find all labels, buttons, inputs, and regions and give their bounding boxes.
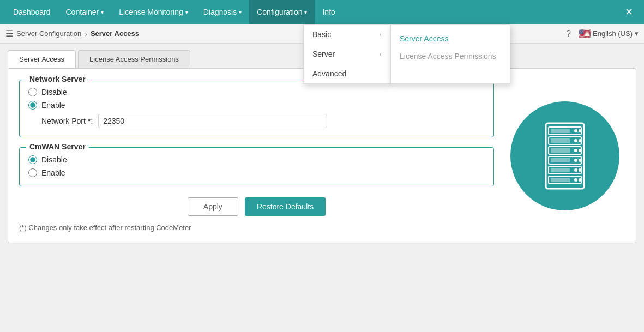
cmwan-server-legend: CmWAN Server (26, 142, 89, 151)
configuration-arrow: ▾ (304, 9, 307, 15)
svg-rect-2 (551, 129, 570, 133)
restore-defaults-button[interactable]: Restore Defaults (245, 197, 326, 216)
port-input[interactable] (98, 114, 327, 128)
dropdown-advanced[interactable]: Advanced (304, 64, 390, 83)
content-card: Network Server Disable Enable Network Po… (8, 68, 636, 243)
dropdown-server-label: Server (312, 50, 335, 58)
left-column: Network Server Disable Enable Network Po… (19, 80, 494, 232)
svg-rect-14 (551, 158, 570, 162)
content-layout: Network Server Disable Enable Network Po… (19, 80, 625, 232)
tab-license-access-permissions[interactable]: License Access Permissions (78, 50, 190, 68)
button-row: Apply Restore Defaults (19, 197, 494, 216)
network-disable-row: Disable (28, 88, 485, 96)
footnote: (*) Changes only take effect after resta… (19, 224, 494, 232)
dropdown-server[interactable]: Server › (304, 44, 390, 64)
nav-container[interactable]: Container ▾ (58, 0, 112, 24)
network-disable-radio[interactable] (28, 88, 37, 96)
menu-icon: ☰ (5, 28, 13, 39)
svg-point-11 (574, 149, 577, 152)
nav-diagnosis[interactable]: Diagnosis ▾ (196, 0, 249, 24)
svg-rect-6 (551, 138, 570, 143)
svg-point-19 (574, 168, 577, 172)
dropdown-basic-label: Basic (312, 30, 331, 39)
language-selector[interactable]: 🇺🇸 English (US) ▾ (579, 28, 639, 40)
flag-icon: 🇺🇸 (579, 28, 591, 40)
diagnosis-arrow: ▾ (239, 9, 242, 15)
svg-point-15 (574, 159, 577, 162)
network-enable-radio[interactable] (28, 101, 37, 110)
svg-point-16 (579, 159, 582, 162)
configuration-dropdown: Basic › Server › Advanced Server Access … (303, 24, 510, 84)
cmwan-enable-label: Enable (41, 168, 65, 177)
svg-point-23 (574, 178, 577, 182)
help-button[interactable]: ? (566, 29, 571, 39)
server-submenu: Server Access License Access Permissions (390, 24, 510, 84)
network-server-section: Network Server Disable Enable Network Po… (19, 80, 494, 137)
port-label: Network Port *: (41, 117, 93, 125)
port-row: Network Port *: (41, 114, 485, 128)
top-nav: Dashboard Container ▾ License Monitoring… (0, 0, 644, 24)
network-enable-label: Enable (41, 101, 65, 110)
svg-rect-18 (551, 168, 570, 172)
cmwan-enable-radio[interactable] (28, 168, 37, 177)
submenu-license-access-permissions[interactable]: License Access Permissions (400, 47, 501, 65)
svg-point-12 (579, 149, 582, 152)
cmwan-disable-label: Disable (41, 155, 67, 164)
cmwan-disable-row: Disable (28, 155, 485, 164)
network-server-legend: Network Server (26, 75, 89, 83)
cmwan-server-section: CmWAN Server Disable Enable (19, 147, 494, 186)
license-monitoring-arrow: ▾ (185, 9, 188, 15)
breadcrumb-right: ? 🇺🇸 English (US) ▾ (566, 28, 639, 40)
svg-point-20 (579, 168, 582, 172)
nav-info[interactable]: Info (315, 0, 342, 24)
nav-dashboard[interactable]: Dashboard (5, 0, 58, 24)
dropdown-advanced-label: Advanced (312, 69, 346, 78)
container-arrow: ▾ (101, 9, 104, 15)
breadcrumb-current: Server Access (91, 29, 139, 38)
nav-configuration[interactable]: Configuration ▾ (249, 0, 315, 24)
cmwan-disable-radio[interactable] (28, 155, 37, 164)
network-enable-row: Enable (28, 101, 485, 110)
svg-point-7 (574, 139, 577, 142)
close-icon[interactable]: ✕ (619, 6, 639, 18)
apply-button[interactable]: Apply (188, 197, 238, 216)
dropdown-menu: Basic › Server › Advanced (303, 24, 390, 84)
server-icon-circle (510, 101, 619, 210)
svg-rect-10 (551, 148, 570, 153)
language-label: English (US) (593, 29, 633, 38)
dropdown-basic[interactable]: Basic › (304, 25, 390, 44)
svg-point-3 (574, 129, 577, 132)
svg-point-8 (579, 139, 582, 142)
tab-server-access[interactable]: Server Access (8, 50, 76, 68)
server-arrow: › (379, 51, 381, 57)
breadcrumb-parent[interactable]: Server Configuration (16, 29, 81, 38)
svg-point-24 (579, 178, 582, 182)
server-svg-icon (538, 120, 592, 191)
breadcrumb-separator: › (85, 29, 87, 38)
cmwan-enable-row: Enable (28, 168, 485, 177)
submenu-server-access[interactable]: Server Access (400, 30, 501, 47)
svg-rect-22 (551, 178, 570, 182)
svg-point-4 (579, 129, 582, 132)
language-dropdown-arrow: ▾ (635, 29, 639, 38)
network-disable-label: Disable (41, 88, 67, 96)
basic-arrow: › (379, 31, 381, 38)
nav-license-monitoring[interactable]: License Monitoring ▾ (111, 0, 196, 24)
right-column (505, 80, 625, 232)
